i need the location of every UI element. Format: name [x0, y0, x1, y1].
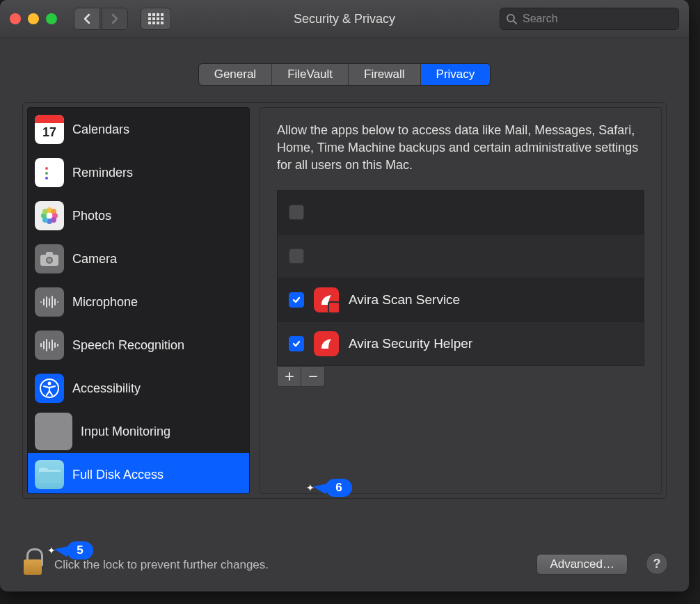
- plus-icon: [285, 372, 294, 381]
- segmented-control: General FileVault Firewall Privacy: [198, 63, 491, 86]
- lock-hint-text: Click the lock to prevent further change…: [54, 558, 269, 575]
- search-input[interactable]: [521, 12, 673, 26]
- svg-point-13: [47, 258, 51, 262]
- avira-config-icon: [314, 287, 339, 312]
- privacy-panel: 17 Calendars Reminders Photos: [22, 102, 667, 499]
- sidebar-item-label: Accessibility: [72, 381, 141, 396]
- tab-bar: General FileVault Firewall Privacy: [0, 63, 689, 86]
- forward-button[interactable]: [102, 8, 128, 30]
- sidebar-item-label: Reminders: [72, 166, 133, 180]
- zoom-window-button[interactable]: [46, 13, 57, 24]
- remove-app-button[interactable]: [301, 366, 325, 387]
- app-row[interactable]: [278, 235, 644, 278]
- svg-rect-30: [39, 472, 61, 483]
- tab-firewall[interactable]: Firewall: [349, 64, 421, 85]
- show-all-button[interactable]: [141, 8, 171, 30]
- add-app-button[interactable]: [277, 366, 301, 387]
- accessibility-icon: [35, 374, 64, 403]
- chevron-left-icon: [83, 13, 91, 24]
- app-name-label: Avira Security Helper: [349, 336, 472, 351]
- back-button[interactable]: [74, 8, 100, 30]
- sidebar-item-label: Calendars: [72, 122, 129, 137]
- chevron-right-icon: [111, 13, 119, 24]
- svg-point-29: [48, 382, 51, 386]
- microphone-icon: [35, 287, 64, 317]
- security-privacy-window: Security & Privacy General FileVault Fir…: [0, 0, 689, 591]
- sidebar-item-reminders[interactable]: Reminders: [28, 151, 249, 194]
- app-name-label: Avira Scan Service: [349, 292, 460, 308]
- nav-buttons: [74, 8, 128, 30]
- titlebar: Security & Privacy: [0, 0, 689, 38]
- sidebar-item-calendars[interactable]: 17 Calendars: [28, 108, 249, 151]
- tab-filevault[interactable]: FileVault: [272, 64, 349, 85]
- add-remove-bar: [277, 366, 644, 387]
- sidebar-item-microphone[interactable]: Microphone: [28, 280, 249, 324]
- svg-rect-11: [46, 252, 53, 256]
- privacy-category-list[interactable]: 17 Calendars Reminders Photos: [27, 107, 250, 494]
- minimize-window-button[interactable]: [28, 13, 39, 24]
- svg-point-9: [42, 209, 48, 214]
- avira-icon: [314, 331, 339, 356]
- sidebar-item-full-disk-access[interactable]: Full Disk Access: [28, 453, 249, 494]
- app-row[interactable]: [278, 191, 644, 235]
- app-row-avira-scan-service[interactable]: Avira Scan Service: [278, 278, 644, 322]
- app-checkbox[interactable]: [289, 205, 304, 220]
- photos-icon: [35, 201, 64, 230]
- keyboard-icon: [35, 413, 72, 450]
- lock-body-icon: [24, 559, 42, 575]
- lock-button[interactable]: [21, 547, 45, 575]
- search-icon: [506, 13, 517, 24]
- tab-privacy[interactable]: Privacy: [421, 64, 491, 85]
- calendar-icon: 17: [35, 115, 64, 144]
- sidebar-item-label: Input Monitoring: [81, 424, 170, 439]
- close-window-button[interactable]: [10, 13, 21, 24]
- help-button[interactable]: ?: [646, 553, 668, 575]
- minus-icon: [308, 372, 318, 381]
- app-checkbox[interactable]: [289, 336, 304, 351]
- full-disk-access-detail: Allow the apps below to access data like…: [260, 107, 662, 494]
- waveform-icon: [35, 331, 64, 360]
- app-checkbox[interactable]: [289, 248, 304, 264]
- grid-icon: [148, 13, 164, 24]
- check-icon: [292, 339, 301, 349]
- reminders-icon: [35, 158, 64, 187]
- sidebar-item-accessibility[interactable]: Accessibility: [28, 367, 249, 410]
- app-checkbox[interactable]: [289, 292, 304, 308]
- app-row-avira-security-helper[interactable]: Avira Security Helper: [278, 322, 644, 365]
- check-icon: [292, 295, 301, 305]
- footer: Click the lock to prevent further change…: [21, 547, 668, 575]
- sidebar-item-photos[interactable]: Photos: [28, 194, 249, 237]
- sidebar-item-camera[interactable]: Camera: [28, 237, 249, 280]
- sidebar-item-label: Full Disk Access: [72, 468, 164, 482]
- window-controls: [10, 13, 57, 24]
- description-text: Allow the apps below to access data like…: [277, 122, 644, 175]
- svg-line-1: [514, 21, 516, 24]
- app-access-list[interactable]: Avira Scan Service Avira Security Helper: [277, 190, 644, 366]
- folder-icon: [35, 460, 64, 489]
- tab-general[interactable]: General: [199, 64, 272, 85]
- sidebar-item-input-monitoring[interactable]: Input Monitoring: [28, 410, 249, 453]
- advanced-button[interactable]: Advanced…: [536, 554, 628, 575]
- search-field[interactable]: [500, 8, 679, 30]
- sidebar-item-label: Speech Recognition: [72, 338, 184, 353]
- sidebar-item-label: Camera: [72, 252, 117, 267]
- camera-icon: [35, 244, 64, 273]
- sidebar-item-label: Microphone: [72, 295, 138, 310]
- sidebar-item-label: Photos: [72, 209, 111, 223]
- sidebar-item-speech-recognition[interactable]: Speech Recognition: [28, 324, 249, 367]
